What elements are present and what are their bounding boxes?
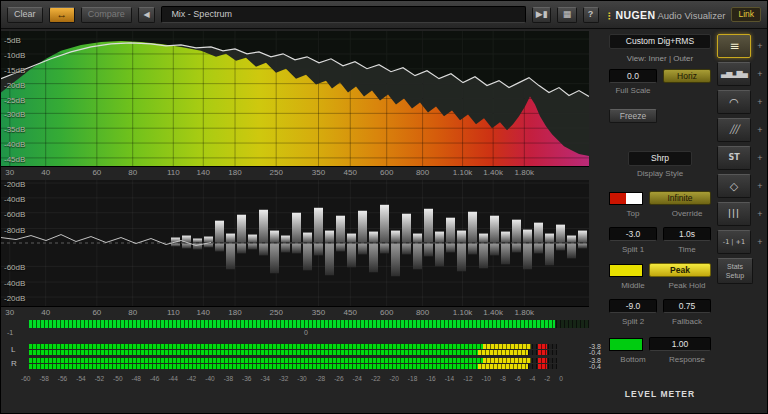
add-module-button[interactable]: +	[754, 68, 766, 80]
freq-tick-label: 80	[128, 308, 137, 317]
mode-button-spectrum-curve[interactable]: ◠	[717, 90, 751, 114]
module-row: ST+	[717, 146, 766, 170]
display-style-select[interactable]: Shrp	[628, 151, 692, 166]
add-module-button[interactable]: +	[754, 180, 766, 192]
split1-label: Split 1	[609, 245, 657, 254]
mode-button-spectrogram[interactable]: ╱╱╱	[717, 118, 751, 142]
freq-tick-label: 40	[41, 308, 50, 317]
link-button[interactable]: Link	[731, 7, 761, 22]
stats-setup-button[interactable]: StatsSetup	[717, 258, 753, 284]
play-pause-button[interactable]: ▶▮	[532, 7, 551, 23]
scale-tick-label: -28	[316, 375, 325, 382]
preset-display[interactable]: Mix - Spectrum	[161, 6, 526, 23]
freq-tick-label: 60	[92, 308, 101, 317]
add-module-button[interactable]: +	[754, 236, 766, 248]
mode-button-level-meter[interactable]: ≡	[717, 34, 751, 58]
correlation-meter	[29, 320, 589, 328]
scale-tick-label: -10	[482, 375, 491, 382]
spectrum-display: -5dB-10dB-15dB-20dB-25dB-30dB-35dB-40dB-…	[1, 31, 589, 167]
level-meter-icon: ≡	[729, 40, 738, 52]
peak-hold-mark	[538, 350, 548, 355]
spectrum-curve-icon: ◠	[729, 97, 739, 108]
meter-type-select[interactable]: Custom Dig+RMS	[609, 34, 711, 49]
module-strip: ≡+▃▅▂▆▄+◠+╱╱╱+ST+◇+|||+-1 | +1+StatsSetu…	[715, 29, 768, 414]
scale-tick-label: -48	[132, 375, 141, 382]
logo-dots-icon: ⋮	[605, 11, 614, 21]
peak-button[interactable]: Peak	[649, 263, 711, 277]
module-row: ≡+	[717, 34, 766, 58]
product-text: Audio Visualizer	[657, 10, 725, 21]
vectorscope-icon: ◇	[730, 181, 738, 192]
infinite-button[interactable]: Infinite	[649, 191, 711, 205]
freq-tick-label: 140	[197, 308, 210, 317]
scale-tick-label: -4	[530, 375, 536, 382]
add-module-button[interactable]: +	[754, 152, 766, 164]
module-row: -1 | +1+	[717, 230, 766, 254]
toolbar: Clear ↔ Compare ◀ Mix - Spectrum ▶▮ ▦ ? …	[1, 1, 767, 29]
freq-tick-label: 800	[416, 168, 429, 177]
help-button[interactable]: ?	[583, 7, 599, 23]
scale-tick-label: -52	[95, 375, 104, 382]
freeze-button[interactable]: Freeze	[609, 109, 657, 123]
level-meter-strip	[29, 344, 557, 349]
middle-color-swatch[interactable]	[609, 264, 643, 277]
channel-l-label: L	[11, 345, 15, 354]
add-module-button[interactable]: +	[754, 124, 766, 136]
bottom-color-swatch[interactable]	[609, 338, 643, 351]
scale-tick-label: -56	[58, 375, 67, 382]
compare-button[interactable]: Compare	[81, 7, 132, 23]
stats-setup-label: Stats	[718, 262, 752, 271]
add-module-button[interactable]: +	[754, 96, 766, 108]
preset-prev-button[interactable]: ◀	[138, 7, 156, 23]
scale-tick-label: -18	[408, 375, 417, 382]
peak-hold-mark	[538, 358, 548, 363]
top-color-swatch[interactable]	[609, 192, 643, 205]
spectrogram-icon: ╱╱╱	[730, 126, 738, 134]
grid-icon: ▦	[563, 9, 572, 19]
freq-tick-label: 1.40k	[483, 308, 503, 317]
mode-button-stereo-spectrum[interactable]: ST	[717, 146, 751, 170]
scale-tick-label: -20	[389, 375, 398, 382]
scale-tick-label: -60	[21, 375, 30, 382]
display-style-label: Display Style	[609, 169, 711, 178]
mode-button-correlation[interactable]: -1 | +1	[717, 230, 751, 254]
view-mode-toggle[interactable]: View: Inner | Outer	[609, 54, 711, 63]
top-label: Top	[609, 209, 657, 218]
fallback-input[interactable]: 0.75	[663, 299, 711, 313]
bottom-label: Bottom	[609, 355, 657, 364]
correlation-meter-bar	[29, 320, 555, 328]
split2-input[interactable]: -9.0	[609, 299, 657, 313]
level-meter-strip	[29, 358, 557, 363]
scale-tick-label: -2	[544, 375, 550, 382]
add-module-button[interactable]: +	[754, 40, 766, 52]
freq-tick-label: 450	[344, 308, 357, 317]
add-module-button[interactable]: +	[754, 208, 766, 220]
scale-tick-label: -32	[279, 375, 288, 382]
mode-button-spectrum-bars[interactable]: ▃▅▂▆▄	[717, 62, 751, 86]
scale-tick-label: -12	[463, 375, 472, 382]
mode-button-multiband[interactable]: |||	[717, 202, 751, 226]
module-row: ▃▅▂▆▄+	[717, 62, 766, 86]
scale-tick-label: -36	[242, 375, 251, 382]
scale-tick-label: -8	[500, 375, 506, 382]
freq-tick-label: 600	[380, 168, 393, 177]
full-scale-input[interactable]: 0.0	[609, 69, 657, 83]
top-color-secondary	[626, 193, 642, 204]
meter-readout: -0.4	[559, 349, 601, 356]
split1-input[interactable]: -3.0	[609, 227, 657, 241]
module-row: ◠+	[717, 90, 766, 114]
full-scale-label: Full Scale	[609, 86, 657, 95]
spectrum-bars-icon: ▃▅▂▆▄	[721, 70, 747, 78]
visualizer-window: Clear ↔ Compare ◀ Mix - Spectrum ▶▮ ▦ ? …	[0, 0, 768, 414]
horiz-button[interactable]: Horiz	[663, 69, 711, 83]
clear-button[interactable]: Clear	[7, 7, 43, 23]
layout-button[interactable]: ▦	[557, 7, 576, 23]
freq-tick-label: 30	[5, 308, 14, 317]
time-input[interactable]: 1.0s	[663, 227, 711, 241]
ab-swap-button[interactable]: ↔	[49, 7, 75, 23]
left-right-arrows-icon: ↔	[56, 8, 67, 20]
response-input[interactable]: 1.00	[649, 337, 711, 351]
left-chevron-icon: ◀	[144, 10, 150, 19]
spectrum-canvas	[1, 31, 589, 166]
mode-button-vectorscope[interactable]: ◇	[717, 174, 751, 198]
